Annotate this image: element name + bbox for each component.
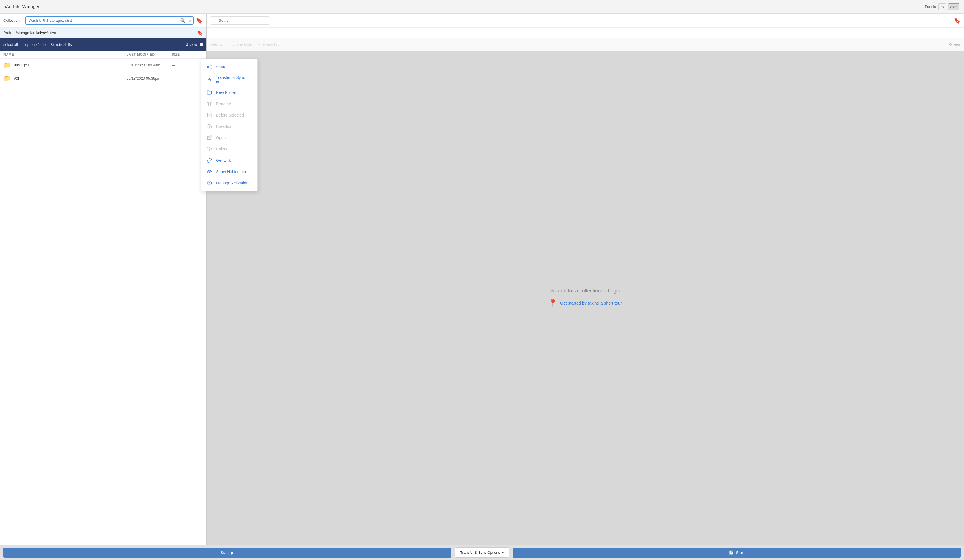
download-label: Download: [216, 124, 233, 129]
folder-icon: 📁: [3, 62, 11, 69]
table-row[interactable]: 📁 vol 05/13/2020 05:39pm — ›: [0, 72, 206, 85]
select-all-label: select all: [3, 42, 18, 47]
upload-label: Upload: [216, 147, 228, 151]
transfer-sync-icon: [206, 77, 213, 83]
delete-label: Delete Selected: [216, 113, 244, 117]
right-select-all-button[interactable]: select all: [210, 42, 225, 46]
right-bookmark-button[interactable]: 🔖: [954, 17, 961, 24]
up-one-folder-label: up one folder: [26, 42, 47, 47]
svg-line-13: [209, 136, 212, 138]
show-hidden-label: Show Hidden Items: [216, 169, 250, 174]
rename-icon: [206, 101, 213, 107]
right-select-all-label: select all: [210, 42, 225, 46]
get-link-icon: [206, 157, 213, 164]
right-toolbar: select all ↑ up one folder ↻ refresh lis…: [207, 38, 964, 51]
right-search-input[interactable]: [210, 16, 269, 24]
path-label: Path: [3, 31, 12, 35]
transfer-sync-options-label: Transfer & Sync Options: [460, 550, 500, 555]
title-bar-left: 🗂 File Manager: [5, 3, 39, 10]
right-toolbar-right: ⚙ view: [949, 42, 961, 46]
download-icon: [206, 123, 213, 130]
context-menu-upload: Upload: [201, 143, 257, 155]
refresh-list-label: refresh list: [56, 42, 73, 47]
right-up-folder-button[interactable]: ↑ up one folder: [228, 42, 253, 46]
right-up-folder-label: up one folder: [231, 42, 253, 46]
context-menu-share[interactable]: Share: [201, 62, 257, 73]
col-modified-header: LAST MODIFIED: [127, 53, 172, 57]
start-right-label: Start: [736, 550, 744, 555]
context-menu-show-hidden[interactable]: Show Hidden Items: [201, 166, 257, 177]
left-panel: Collection 🔍 ✕ 🔖 Path 🔖 select all ↑ up …: [0, 14, 207, 545]
upload-icon: [206, 146, 213, 152]
file-list-header: NAME ↓ LAST MODIFIED SIZE: [0, 51, 206, 58]
right-panel: 🔍 🔖 select all ↑ up one folder ↻ refresh…: [207, 14, 964, 545]
right-view-button[interactable]: ⚙ view: [949, 42, 961, 46]
app-title: File Manager: [13, 4, 39, 9]
get-link-label: Get Link: [216, 158, 231, 162]
svg-point-2: [210, 68, 212, 69]
context-menu-rename: Rename: [201, 98, 257, 109]
rename-label: Rename: [216, 102, 231, 106]
new-folder-label: New Folder: [216, 90, 236, 95]
right-refresh-label: refresh list: [262, 42, 278, 46]
collection-row: Collection 🔍 ✕ 🔖: [0, 14, 206, 28]
file-size: —: [172, 63, 194, 67]
start-left-arrow-icon: ▶: [231, 550, 234, 555]
view-button[interactable]: ⚙ view: [185, 42, 197, 47]
collection-input[interactable]: [26, 16, 194, 24]
context-menu-get-link[interactable]: Get Link: [201, 155, 257, 166]
manage-activation-icon: [206, 180, 213, 186]
folder-icon: 📁: [3, 75, 11, 82]
right-search-row: 🔍 🔖: [207, 14, 964, 28]
refresh-list-button[interactable]: ↻ refresh list: [50, 42, 73, 47]
path-input[interactable]: [14, 29, 194, 36]
svg-point-17: [208, 171, 209, 172]
context-menu-download: Download: [201, 121, 257, 132]
share-label: Share: [216, 65, 226, 69]
start-right-button[interactable]: 🔄 Start: [513, 547, 961, 558]
path-bookmark-button[interactable]: 🔖: [197, 30, 203, 36]
search-collection-text: Search for a collection to begin: [550, 288, 620, 294]
new-folder-icon: [206, 89, 213, 96]
context-menu-new-folder[interactable]: New Folder: [201, 87, 257, 98]
collection-search-icon[interactable]: 🔍: [180, 18, 186, 23]
tour-link[interactable]: 📍 Get started by taking a short tour.: [548, 299, 623, 308]
right-path-row: [207, 28, 964, 38]
col-size-header: SIZE: [172, 53, 194, 57]
svg-point-18: [210, 171, 210, 172]
file-modified: 05/13/2020 05:39pm: [127, 76, 172, 81]
context-menu-transfer-sync[interactable]: Transfer or Sync to...: [201, 73, 257, 87]
context-menu-manage-activation[interactable]: Manage Activation: [201, 177, 257, 189]
file-size: —: [172, 76, 194, 81]
up-one-folder-button[interactable]: ↑ up one folder: [22, 42, 47, 47]
up-folder-icon: ↑: [22, 42, 24, 47]
right-gear-icon: ⚙: [949, 42, 952, 46]
right-path-input[interactable]: [210, 29, 961, 36]
panels-label: Panels: [925, 5, 936, 9]
dual-panel-button[interactable]: ▭▭: [948, 3, 959, 10]
transfer-sync-options-button[interactable]: Transfer & Sync Options ▾: [455, 547, 509, 558]
path-row: Path 🔖: [0, 28, 206, 38]
select-all-button[interactable]: select all: [3, 42, 18, 47]
table-row[interactable]: 📁 storage1 08/18/2020 10:04am — ›: [0, 58, 206, 72]
svg-line-3: [208, 67, 210, 68]
svg-point-0: [210, 65, 212, 67]
col-name-header[interactable]: NAME ↓: [3, 53, 127, 57]
start-left-button[interactable]: Start ▶: [3, 547, 451, 558]
collection-bookmark-button[interactable]: 🔖: [196, 17, 203, 24]
file-name: vol: [14, 76, 127, 81]
hamburger-menu-button[interactable]: ≡: [200, 42, 203, 47]
app-icon: 🗂: [5, 3, 10, 10]
single-panel-button[interactable]: ▭: [938, 3, 946, 10]
right-view-label: view: [953, 42, 961, 46]
context-menu: Share Transfer or Sync to...: [201, 59, 257, 191]
file-name: storage1: [14, 63, 127, 67]
open-icon: [206, 135, 213, 141]
svg-line-4: [208, 66, 210, 67]
panels-area: Panels ▭ ▭▭: [925, 3, 959, 10]
collection-clear-icon[interactable]: ✕: [188, 18, 192, 23]
title-bar: 🗂 File Manager Panels ▭ ▭▭: [0, 0, 964, 14]
open-label: Open: [216, 135, 226, 140]
right-refresh-button[interactable]: ↻ refresh list: [257, 42, 278, 46]
transfer-sync-label: Transfer or Sync to...: [216, 75, 252, 84]
